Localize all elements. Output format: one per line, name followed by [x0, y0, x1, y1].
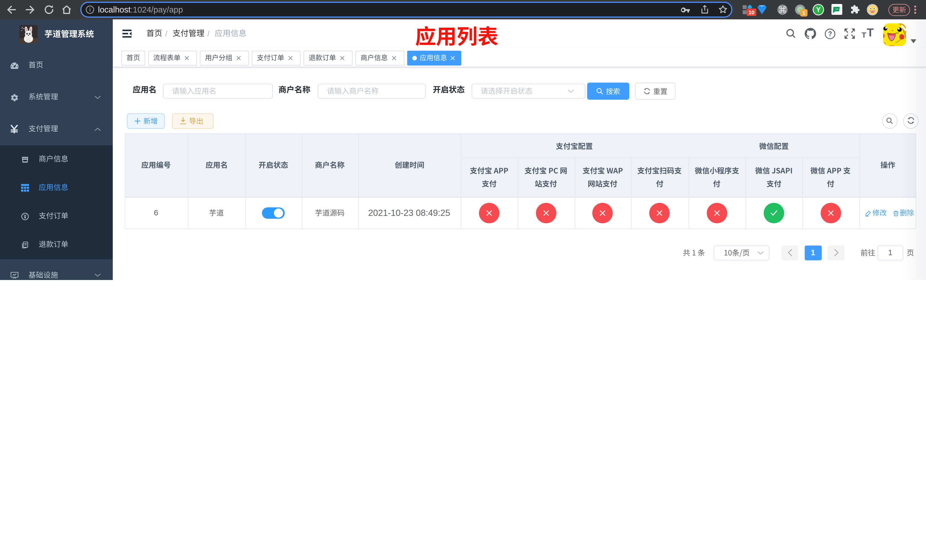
svg-text:?: ?: [828, 30, 832, 38]
svg-text:Y: Y: [816, 6, 821, 14]
